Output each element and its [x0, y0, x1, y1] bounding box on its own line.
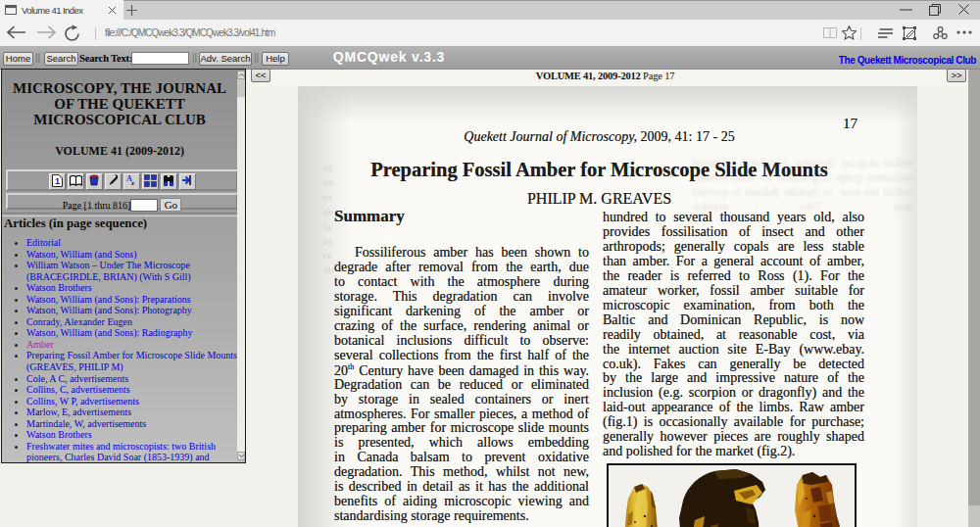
svg-text:1: 1	[54, 176, 59, 186]
svg-text:z: z	[131, 179, 134, 186]
